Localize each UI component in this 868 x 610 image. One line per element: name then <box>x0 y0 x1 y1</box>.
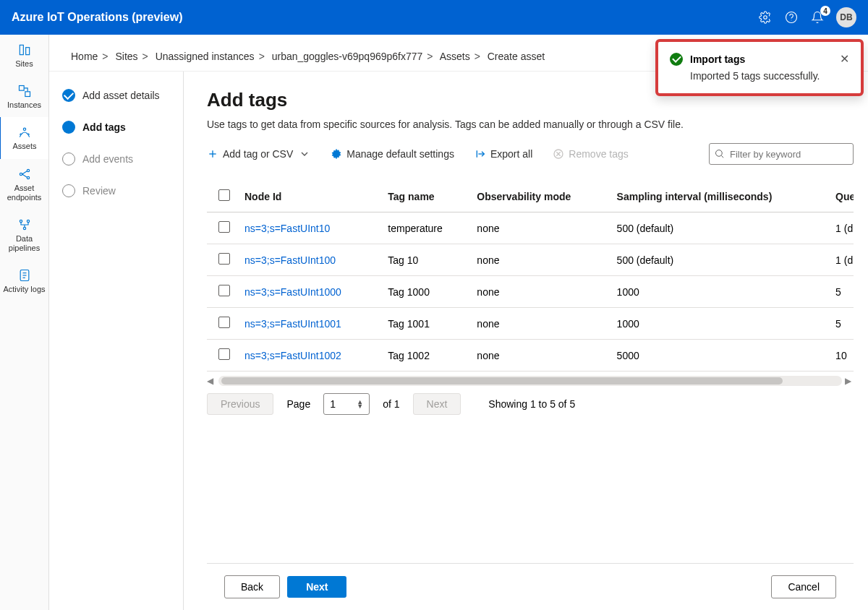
crumb-current: Create asset <box>488 51 545 62</box>
svg-line-27 <box>721 155 723 158</box>
rail-item-data-pipelines[interactable]: Data pipelines <box>0 210 48 260</box>
rail-item-instances[interactable]: Instances <box>0 76 48 117</box>
success-icon <box>670 53 683 66</box>
node-id-link[interactable]: ns=3;s=FastUInt1002 <box>244 350 341 361</box>
sampling-cell: 1000 <box>610 276 829 308</box>
svg-point-7 <box>23 129 25 131</box>
step-active-icon <box>62 121 75 134</box>
svg-point-8 <box>20 173 22 175</box>
scroll-thumb[interactable] <box>221 377 783 385</box>
close-icon[interactable]: ✕ <box>840 52 849 66</box>
notifications-icon[interactable]: 4 <box>810 10 825 25</box>
content: Home> Sites> Unassigned instances> urban… <box>49 35 868 610</box>
page-value: 1 <box>330 398 336 410</box>
plus-icon <box>207 148 218 160</box>
manage-defaults-button[interactable]: Manage default settings <box>331 145 454 163</box>
rail-item-assets[interactable]: Assets <box>0 117 48 158</box>
observability-cell: none <box>469 276 609 308</box>
sampling-cell: 500 (default) <box>610 212 829 244</box>
row-checkbox[interactable] <box>218 348 230 360</box>
crumb[interactable]: Home <box>71 51 98 62</box>
page-description: Use tags to get data from specific sourc… <box>207 119 854 130</box>
col-node-id[interactable]: Node Id <box>237 181 380 212</box>
wizard-steps: Add asset details Add tags Add events Re… <box>49 72 184 610</box>
svg-rect-5 <box>19 86 24 91</box>
svg-point-12 <box>27 220 29 222</box>
settings-icon[interactable] <box>758 10 773 25</box>
node-id-link[interactable]: ns=3;s=FastUInt100 <box>244 254 336 266</box>
step-add-asset-details[interactable]: Add asset details <box>62 89 170 102</box>
node-id-link[interactable]: ns=3;s=FastUInt1000 <box>244 286 341 298</box>
col-sampling[interactable]: Sampling interval (milliseconds) <box>610 181 829 212</box>
step-review[interactable]: Review <box>62 184 170 197</box>
step-add-tags[interactable]: Add tags <box>62 121 170 134</box>
svg-rect-3 <box>20 45 23 54</box>
rail-label: Data pipelines <box>1 234 47 253</box>
filter-input[interactable] <box>709 143 854 165</box>
svg-rect-6 <box>25 92 30 97</box>
row-checkbox[interactable] <box>218 285 230 296</box>
step-label: Review <box>82 185 116 197</box>
svg-point-1 <box>786 12 797 23</box>
pagination: Previous Page 1 ▲▼ of 1 Next Showing 1 t… <box>207 393 854 415</box>
help-icon[interactable] <box>784 10 799 25</box>
rail-item-asset-endpoints[interactable]: Asset endpoints <box>0 159 48 210</box>
page-label: Page <box>286 398 310 410</box>
remove-icon <box>553 148 564 160</box>
node-id-link[interactable]: ns=3;s=FastUInt10 <box>244 223 330 234</box>
rail-label: Sites <box>15 59 33 69</box>
tag-name-cell: temperature <box>380 212 469 244</box>
scroll-right-icon[interactable]: ▶ <box>845 376 854 386</box>
observability-cell: none <box>469 244 609 276</box>
cancel-button[interactable]: Cancel <box>771 575 836 598</box>
rail-item-sites[interactable]: Sites <box>0 35 48 76</box>
col-tag-name[interactable]: Tag name <box>380 181 469 212</box>
crumb[interactable]: Sites <box>115 51 137 62</box>
scroll-track[interactable] <box>218 376 842 386</box>
rail-label: Assets <box>12 142 36 151</box>
form-area: Add tags Use tags to get data from speci… <box>184 72 868 610</box>
export-all-label: Export all <box>490 148 532 160</box>
app-title: Azure IoT Operations (preview) <box>12 11 758 24</box>
add-tag-button[interactable]: Add tag or CSV <box>207 145 310 163</box>
back-button[interactable]: Back <box>224 575 280 598</box>
tag-name-cell: Tag 10 <box>380 244 469 276</box>
rail-label: Asset endpoints <box>1 184 47 202</box>
export-all-button[interactable]: Export all <box>475 145 532 163</box>
remove-tags-label: Remove tags <box>569 148 628 160</box>
crumb[interactable]: Assets <box>440 51 470 62</box>
user-avatar[interactable]: DB <box>836 7 856 27</box>
step-label: Add asset details <box>82 90 160 101</box>
toast-notification: Import tags ✕ Imported 5 tags successful… <box>655 39 864 96</box>
crumb[interactable]: urban_goggles-v69pq969p6fx777 <box>272 51 423 62</box>
crumb[interactable]: Unassigned instances <box>156 51 255 62</box>
search-icon <box>714 148 725 159</box>
col-queue[interactable]: Que <box>828 181 854 212</box>
remove-tags-button: Remove tags <box>553 145 628 163</box>
tag-name-cell: Tag 1002 <box>380 340 469 371</box>
svg-point-11 <box>20 220 22 222</box>
step-add-events[interactable]: Add events <box>62 152 170 166</box>
select-all-checkbox[interactable] <box>218 189 230 201</box>
table-row: ns=3;s=FastUInt1001Tag 1001none10005 <box>207 308 854 340</box>
observability-cell: none <box>469 340 609 371</box>
wizard-footer: Back Next Cancel <box>207 563 854 610</box>
col-observability[interactable]: Observability mode <box>469 181 609 212</box>
queue-cell: 1 (d <box>828 212 854 244</box>
horizontal-scrollbar[interactable]: ◀ ▶ <box>207 376 854 386</box>
rail-item-activity-logs[interactable]: Activity logs <box>0 260 48 301</box>
gear-icon <box>331 148 342 160</box>
row-checkbox[interactable] <box>218 221 230 233</box>
row-checkbox[interactable] <box>218 253 230 265</box>
queue-cell: 5 <box>828 308 854 340</box>
assets-icon <box>17 124 33 140</box>
tags-table: Node Id Tag name Observability mode Samp… <box>207 181 854 371</box>
svg-point-0 <box>764 16 767 20</box>
page-number-input[interactable]: 1 ▲▼ <box>323 393 370 415</box>
node-id-link[interactable]: ns=3;s=FastUInt1001 <box>244 318 341 330</box>
row-checkbox[interactable] <box>218 317 230 328</box>
spinner-icon[interactable]: ▲▼ <box>357 400 363 408</box>
next-button[interactable]: Next <box>287 576 346 598</box>
scroll-left-icon[interactable]: ◀ <box>207 376 216 386</box>
observability-cell: none <box>469 212 609 244</box>
